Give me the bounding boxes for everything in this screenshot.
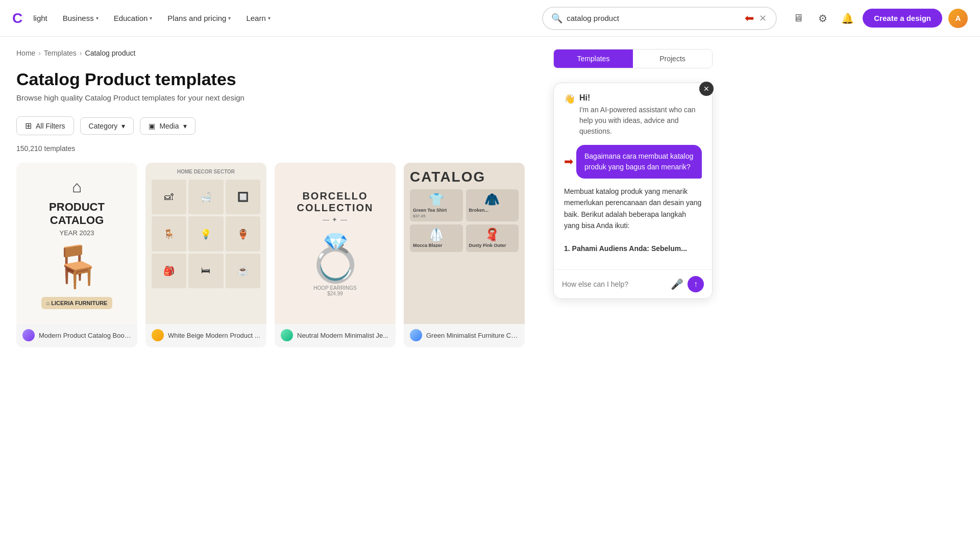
filter-icon: ⊞ (25, 121, 32, 131)
create-design-button[interactable]: Create a design (863, 9, 942, 28)
mock-title-1: PRODUCTCATALOG (49, 201, 105, 228)
breadcrumb: Home › Templates › Catalog product (16, 49, 525, 57)
nav-item-light[interactable]: light (26, 10, 55, 27)
mock-product: 🧥 Broken... (466, 189, 519, 221)
template-thumbnail: CATALOG 👕 Green Tea Shirt $37.45 🧥 Broke… (404, 163, 525, 324)
template-thumbnail: BORCELLOCOLLECTION — ✦ — 💍 HOOP EARRINGS… (275, 163, 396, 324)
page-subtitle: Browse high quality Catalog Product temp… (16, 93, 525, 102)
nav-item-learn[interactable]: Learn ▾ (239, 10, 277, 27)
chevron-down-icon: ▾ (96, 15, 99, 21)
template-card[interactable]: ⌂ PRODUCTCATALOG YEAR 2023 🪑 ⌂ LICERIA F… (16, 163, 137, 347)
chat-body: 👋 Hi! I'm an AI-powered assistant who ca… (554, 83, 712, 269)
chevron-down-icon: ▾ (268, 15, 271, 21)
notifications-icon-button[interactable]: 🔔 (838, 9, 856, 28)
settings-icon-button[interactable]: ⚙ (814, 9, 832, 28)
template-preview-2: HOME DECOR SECTOR 🛋 🛁 🔲 🪑 💡 🏺 🎒 🛏 ☕ (145, 163, 266, 324)
template-name: Neutral Modern Minimalist Je... (297, 332, 388, 339)
tab-templates[interactable]: Templates (554, 49, 633, 68)
mock-product-row-4: 👕 Green Tea Shirt $37.45 🧥 Broken... 🥼 (410, 189, 519, 252)
mock-header-2: HOME DECOR SECTOR (152, 169, 260, 174)
nav-label-pricing: Plans and pricing (167, 14, 226, 22)
shirt-icon: 👕 (413, 192, 460, 207)
mock-subtitle-3: — ✦ — (323, 216, 348, 223)
avatar (22, 329, 35, 341)
nav-menu: light Business ▾ Education ▾ Plans and p… (26, 10, 534, 27)
media-filter-button[interactable]: ▣ Media ▾ (140, 117, 195, 135)
all-filters-button[interactable]: ⊞ All Filters (16, 116, 74, 135)
all-filters-label: All Filters (36, 122, 65, 130)
microphone-icon[interactable]: 🎤 (671, 278, 683, 290)
template-meta: Green Minimalist Furniture Ca... (404, 324, 525, 347)
template-card[interactable]: HOME DECOR SECTOR 🛋 🛁 🔲 🪑 💡 🏺 🎒 🛏 ☕ (145, 163, 266, 347)
send-button[interactable]: ↑ (688, 276, 704, 292)
mock-item: ☕ (226, 254, 260, 288)
product-name: Broken... (469, 208, 516, 213)
product-name: Dusty Pink Outer (469, 243, 516, 248)
product-name: Mocca Blazer (413, 243, 460, 248)
blazer-icon: 🥼 (413, 228, 460, 242)
avatar (410, 329, 422, 341)
product-price: $37.45 (413, 214, 460, 218)
category-label: Category (89, 122, 118, 130)
tab-switcher: Templates Projects (553, 49, 713, 68)
template-name: Modern Product Catalog Book... (39, 332, 131, 339)
avatar (152, 329, 164, 341)
breadcrumb-sep-1: › (38, 49, 41, 57)
search-input[interactable] (567, 14, 739, 22)
mock-desc-3: HOOP EARRINGS$24.99 (313, 285, 356, 296)
template-card[interactable]: CATALOG 👕 Green Tea Shirt $37.45 🧥 Broke… (404, 163, 525, 347)
breadcrumb-home[interactable]: Home (16, 49, 35, 57)
breadcrumb-sep-2: › (80, 49, 82, 57)
template-preview-1: ⌂ PRODUCTCATALOG YEAR 2023 🪑 ⌂ LICERIA F… (16, 163, 137, 324)
chat-input-bar: 🎤 ↑ (554, 269, 712, 298)
chevron-down-icon: ▾ (228, 15, 231, 21)
avatar[interactable]: A (948, 9, 968, 28)
chat-hi: Hi! (579, 93, 702, 103)
coat-icon: 🧣 (469, 228, 516, 242)
breadcrumb-current: Catalog product (85, 49, 136, 57)
main-container: Home › Templates › Catalog product Catal… (0, 37, 980, 360)
mock-item: 🛏 (188, 254, 223, 288)
content-area: Home › Templates › Catalog product Catal… (0, 37, 541, 360)
wave-emoji: 👋 (564, 93, 575, 105)
template-thumbnail: HOME DECOR SECTOR 🛋 🛁 🔲 🪑 💡 🏺 🎒 🛏 ☕ (145, 163, 266, 324)
chevron-down-icon: ▾ (183, 122, 187, 130)
template-card[interactable]: BORCELLOCOLLECTION — ✦ — 💍 HOOP EARRINGS… (275, 163, 396, 347)
breadcrumb-templates[interactable]: Templates (44, 49, 77, 57)
mock-brand-3: BORCELLOCOLLECTION (297, 190, 374, 214)
templates-grid: ⌂ PRODUCTCATALOG YEAR 2023 🪑 ⌂ LICERIA F… (16, 163, 525, 347)
template-preview-3: BORCELLOCOLLECTION — ✦ — 💍 HOOP EARRINGS… (275, 163, 396, 324)
mock-item: 🏺 (226, 216, 260, 251)
desktop-icon-button[interactable]: 🖥 (789, 9, 807, 28)
mock-product: 🧣 Dusty Pink Outer (466, 224, 519, 252)
chat-ai-response: Membuat katalog produk yang menarik meme… (564, 186, 702, 254)
chevron-down-icon: ▾ (150, 15, 152, 21)
mock-product: 🥼 Mocca Blazer (410, 224, 463, 252)
nav-label-business: Business (63, 14, 94, 22)
chevron-down-icon: ▾ (121, 122, 125, 130)
chair-icon: 🪑 (52, 243, 103, 291)
chat-input[interactable] (562, 280, 667, 288)
nav-label-learn: Learn (246, 14, 265, 22)
chat-greeting: 👋 Hi! I'm an AI-powered assistant who ca… (564, 93, 702, 137)
chat-widget-wrap: 👋 Hi! I'm an AI-powered assistant who ca… (553, 83, 713, 299)
mock-product: 👕 Green Tea Shirt $37.45 (410, 189, 463, 221)
chat-user-message: Bagaimana cara membuat katalog produk ya… (576, 145, 702, 179)
tab-projects[interactable]: Projects (633, 49, 712, 68)
search-bar: 🔍 ⬅ ✕ (542, 7, 777, 30)
clear-search-button[interactable]: ✕ (758, 13, 768, 24)
mock-item: 💡 (188, 216, 223, 251)
nav-item-pricing[interactable]: Plans and pricing ▾ (160, 10, 238, 27)
nav-item-education[interactable]: Education ▾ (107, 10, 160, 27)
chat-ai-step: 1. Pahami Audiens Anda: Sebelum... (564, 244, 687, 253)
template-preview-4: CATALOG 👕 Green Tea Shirt $37.45 🧥 Broke… (404, 163, 525, 324)
mock-big-title-4: CATALOG (410, 169, 519, 185)
nav-item-business[interactable]: Business ▾ (56, 10, 106, 27)
mock-grid-2: 🛋 🛁 🔲 🪑 💡 🏺 🎒 🛏 ☕ (152, 180, 260, 288)
category-filter-button[interactable]: Category ▾ (80, 117, 134, 135)
jacket-icon: 🧥 (469, 192, 516, 207)
close-chat-button[interactable]: ✕ (699, 82, 714, 96)
template-meta: White Beige Modern Product ... (145, 324, 266, 347)
logo: C (12, 10, 22, 27)
chat-description: I'm an AI-powered assistant who can help… (579, 105, 702, 137)
